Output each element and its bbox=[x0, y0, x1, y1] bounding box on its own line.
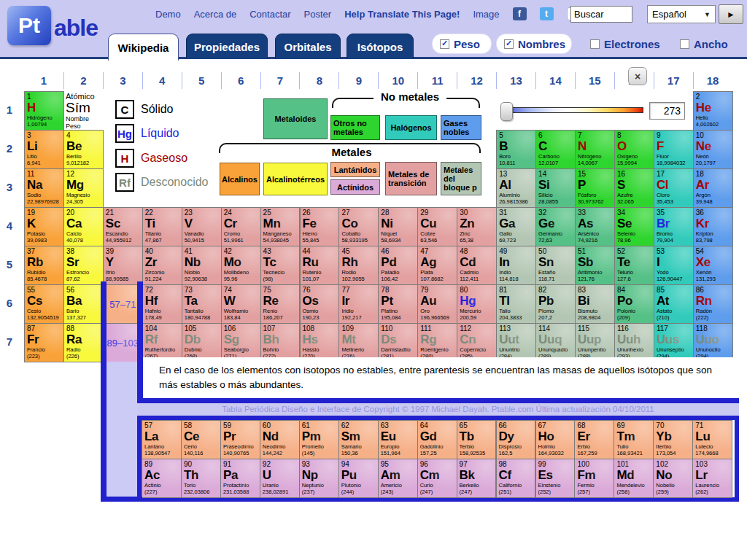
legend-metaloides[interactable]: Metaloides bbox=[263, 98, 328, 139]
element-La[interactable]: 57LaLantano138,90547 bbox=[142, 420, 182, 459]
element-Am[interactable]: 95AmAmericio(243) bbox=[378, 459, 418, 498]
element-V[interactable]: 23VVanadio50,9415 bbox=[182, 207, 222, 246]
element-Ga[interactable]: 31GaGalio69,723 bbox=[496, 207, 536, 246]
element-Np[interactable]: 93NpNeptunio(237) bbox=[299, 459, 339, 498]
element-Po[interactable]: 84PoPolonio(209) bbox=[614, 284, 654, 324]
element-Ag[interactable]: 47AgPlata107,8682 bbox=[417, 246, 457, 285]
element-Uut[interactable]: 113UutUnuntrio(284) bbox=[496, 323, 536, 362]
element-Fe[interactable]: 26FeHierro55,845 bbox=[300, 207, 340, 246]
element-Pt[interactable]: 78PtPlatino195,084 bbox=[378, 284, 418, 324]
element-Ds[interactable]: 110DsDarmstadtio(281) bbox=[378, 323, 418, 362]
nav-help-translate[interactable]: Help Translate This Page! bbox=[344, 9, 460, 20]
element-Na[interactable]: 11NaSodio22,98976928 bbox=[24, 168, 64, 208]
element-Lr[interactable]: 103LrLaurencio(262) bbox=[692, 459, 732, 498]
element-At[interactable]: 85AtAstato(210) bbox=[654, 284, 694, 324]
element-Uus[interactable]: 117UusUnunseptio(294) bbox=[654, 323, 694, 362]
legend-gases-nobles[interactable]: Gases nobles bbox=[441, 115, 481, 140]
temperature-slider-handle[interactable] bbox=[500, 102, 513, 121]
element-Th[interactable]: 90ThTorio232,03806 bbox=[181, 459, 221, 498]
nav-acerca-de[interactable]: Acerca de bbox=[194, 9, 237, 20]
element-Uuh[interactable]: 116UuhUnunhexio(293) bbox=[614, 323, 654, 362]
element-F[interactable]: 9FFlúor18,9984032 bbox=[654, 130, 694, 169]
legend-otros-no-metales[interactable]: Otros no metales bbox=[330, 115, 380, 140]
element-Tm[interactable]: 69TmTulio168,93421 bbox=[614, 420, 654, 459]
element-Yb[interactable]: 70YbIterbio173,054 bbox=[653, 420, 693, 459]
element-Al[interactable]: 13AlAluminio26,9815386 bbox=[496, 168, 536, 208]
element-Os[interactable]: 76OsOsmio190,23 bbox=[300, 284, 340, 324]
element-Rg[interactable]: 111RgRoentgenio(280) bbox=[417, 323, 457, 362]
element-Br[interactable]: 35BrBromo79,904 bbox=[654, 207, 694, 246]
element-Ac[interactable]: 89AcActinio(227) bbox=[142, 459, 182, 498]
element-Ba[interactable]: 56BaBario137,327 bbox=[63, 284, 104, 324]
element-Tl[interactable]: 81TlTalio204,3833 bbox=[496, 284, 536, 324]
element-S[interactable]: 16SAzufre32,065 bbox=[614, 168, 654, 208]
element-Hs[interactable]: 108HsHassio(270) bbox=[300, 323, 340, 362]
element-P[interactable]: 15PFósforo30,973762 bbox=[575, 168, 615, 208]
element-U[interactable]: 92UUranio238,02891 bbox=[260, 459, 300, 498]
element-Pa[interactable]: 91PaProtactinio231,03588 bbox=[220, 459, 260, 498]
legend-alcalinos[interactable]: Alcalinos bbox=[220, 163, 260, 195]
toggle-ancho[interactable]: Ancho bbox=[673, 34, 735, 54]
element-No[interactable]: 102NoNobelio(259) bbox=[653, 459, 693, 498]
element-Mt[interactable]: 109MtMeitnerio(276) bbox=[338, 323, 379, 362]
element-K[interactable]: 19KPotasio39,0983 bbox=[24, 207, 64, 246]
element-Ho[interactable]: 67HoHolmio164,93032 bbox=[535, 420, 576, 459]
legend-actinidos[interactable]: Actínidos bbox=[330, 179, 380, 195]
element-Eu[interactable]: 63EuEuropio151,964 bbox=[378, 420, 418, 459]
element-Mn[interactable]: 25MnManganeso54,938045 bbox=[260, 207, 301, 246]
element-As[interactable]: 33AsArsénico74,9216 bbox=[575, 207, 615, 246]
nav-contactar[interactable]: Contactar bbox=[249, 9, 290, 20]
element-Te[interactable]: 52TeTelurio127,6 bbox=[614, 246, 654, 285]
element-Sb[interactable]: 51SbAntimonio121,76 bbox=[575, 246, 615, 285]
element-Er[interactable]: 68ErErbio167,259 bbox=[574, 420, 614, 459]
language-select[interactable]: Español ▼ bbox=[647, 5, 716, 23]
toggle-peso[interactable]: Peso bbox=[432, 34, 492, 54]
element-Kr[interactable]: 36KrKriptón83,798 bbox=[693, 207, 733, 246]
element-Sn[interactable]: 50SnEstaño118,71 bbox=[535, 246, 576, 285]
element-Bh[interactable]: 107BhBohrio(272) bbox=[260, 323, 301, 362]
element-Zr[interactable]: 40ZrZirconio91,224 bbox=[142, 246, 182, 285]
nav-demo[interactable]: Demo bbox=[155, 9, 181, 20]
element-Nb[interactable]: 41NbNiobio92,90638 bbox=[182, 246, 222, 285]
legend-alcalinoterreos[interactable]: Alcalinotérreos bbox=[263, 163, 328, 195]
element-Nd[interactable]: 60NdNeodimio144,242 bbox=[260, 420, 300, 459]
element-Sc[interactable]: 21ScEscandio44,955912 bbox=[103, 207, 143, 246]
element-Cs[interactable]: 55CsCesio132,9054519 bbox=[24, 284, 64, 324]
element-Be[interactable]: 4BeBerilio9,012182 bbox=[63, 130, 104, 169]
element-He[interactable]: 2HeHelio4,002602 bbox=[693, 91, 733, 131]
element-Lu[interactable]: 71LuLutecio174,9668 bbox=[692, 420, 732, 459]
element-Tb[interactable]: 65TbTerbio158,92535 bbox=[457, 420, 497, 459]
element-Pm[interactable]: 61PmPrometio(145) bbox=[299, 420, 339, 459]
element-Rh[interactable]: 45RhRodio102,9055 bbox=[338, 246, 379, 285]
twitter-icon[interactable]: t bbox=[540, 7, 554, 20]
tab-orbitales[interactable]: Orbitales bbox=[275, 34, 341, 59]
element-Cd[interactable]: 48CdCadmio112,411 bbox=[457, 246, 497, 285]
element-Zn[interactable]: 30ZnZinc65,38 bbox=[457, 207, 497, 246]
element-Rb[interactable]: 37RbRubidio85,4678 bbox=[24, 246, 64, 285]
element-N[interactable]: 7NNitrógeno14,0067 bbox=[575, 130, 615, 169]
element-Ni[interactable]: 28NiNíquel58,6934 bbox=[378, 207, 418, 246]
element-Uuo[interactable]: 118UuoUnunoctio(294) bbox=[693, 323, 733, 362]
element-H[interactable]: 1HHidrógeno1,00794 bbox=[24, 91, 64, 131]
element-Si[interactable]: 14SiSilicio28,0855 bbox=[535, 168, 576, 208]
nav-poster[interactable]: Poster bbox=[304, 9, 332, 20]
element-Y[interactable]: 39YItrio88,90585 bbox=[103, 246, 143, 285]
element-Rn[interactable]: 86RnRadón(222) bbox=[693, 284, 733, 324]
element-Ru[interactable]: 44RuRutenio101,07 bbox=[300, 246, 340, 285]
element-Cl[interactable]: 17ClCloro35,453 bbox=[654, 168, 694, 208]
element-W[interactable]: 74WWolframio183,84 bbox=[221, 284, 261, 324]
legend-metales-bloque-p[interactable]: Metales del bloque p bbox=[441, 162, 481, 195]
element-Gd[interactable]: 64GdGadolinio157,25 bbox=[417, 420, 457, 459]
element-Fr[interactable]: 87FrFrancio(223) bbox=[24, 323, 64, 362]
element-Fm[interactable]: 100FmFermio(257) bbox=[574, 459, 614, 498]
element-Ti[interactable]: 22TiTitanio47,867 bbox=[142, 207, 182, 246]
element-Hf[interactable]: 72HfHafnio178,49 bbox=[142, 284, 182, 324]
tab-isotopos[interactable]: Isótopos bbox=[347, 34, 414, 59]
tab-wikipedia[interactable]: Wikipedia bbox=[108, 34, 179, 61]
legend-halogenos[interactable]: Halógenos bbox=[385, 115, 437, 140]
toggle-electrones[interactable]: Electrones bbox=[583, 34, 667, 54]
element-Md[interactable]: 101MdMendelevio(258) bbox=[614, 459, 654, 498]
element-Cn[interactable]: 112CnCopernicio(285) bbox=[457, 323, 497, 362]
temperature-input[interactable] bbox=[649, 102, 685, 120]
element-Re[interactable]: 75ReRenio186,207 bbox=[260, 284, 301, 324]
